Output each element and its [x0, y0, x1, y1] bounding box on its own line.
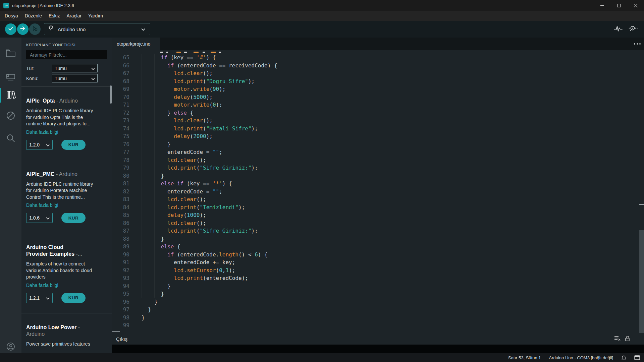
more-actions-icon[interactable] [634, 38, 641, 50]
minimize-button[interactable] [594, 0, 610, 11]
code-line[interactable]: 87 lcd.print("Sifre Giriniz:"); [112, 227, 637, 235]
code-line[interactable]: 92 lcd.setCursor(0,1); [112, 266, 637, 275]
code-line[interactable]: 86 lcd.clear(); [112, 219, 637, 227]
more-info-link[interactable]: Daha fazla bilgi [26, 202, 58, 208]
output-tab[interactable]: Çıkış [116, 336, 127, 342]
more-info-link[interactable]: Daha fazla bilgi [26, 283, 58, 288]
line-number: 87 [112, 227, 129, 235]
code-line[interactable]: 79 lcd.print("Sifre Giriniz:"); [112, 164, 637, 172]
library-list-item[interactable]: AlPlc_Opta - ArduinoArduino IDE PLC runt… [21, 98, 112, 160]
output-console[interactable] [112, 345, 644, 353]
library-search-input[interactable] [26, 50, 107, 59]
account-button[interactable] [0, 339, 21, 355]
line-number: 75 [112, 132, 129, 140]
code-line[interactable]: 85 delay(1000); [112, 211, 637, 219]
sidebar-item-search[interactable] [0, 131, 21, 147]
code-line[interactable]: 82 enteredCode = ""; [112, 188, 637, 196]
code-line[interactable]: 66 if (enteredCode == receivedCode) { [112, 62, 637, 70]
code-line[interactable]: 70 delay(5000); [112, 93, 637, 101]
library-list-item[interactable]: Arduino CloudProvider Examples -...Examp… [21, 244, 112, 313]
version-select[interactable]: 1.2.0 [26, 140, 53, 150]
code-line[interactable]: 80 } [112, 172, 637, 180]
code-line[interactable]: 69 motor.write(90); [112, 85, 637, 93]
menu-eskiz[interactable]: Eskiz [45, 12, 63, 20]
notifications-bell-icon[interactable] [621, 355, 626, 360]
line-number: 66 [112, 62, 129, 70]
more-info-link[interactable]: Daha fazla bilgi [26, 129, 58, 135]
line-number: 88 [112, 235, 129, 243]
board-port-status[interactable]: Arduino Uno - COM3 [bağlı değil] [549, 355, 613, 360]
upload-button[interactable] [17, 23, 29, 35]
code-line[interactable]: 90 if (enteredCode.length() < 6) { [112, 251, 637, 259]
sidebar-item-debug[interactable] [0, 108, 21, 124]
usb-plug-icon [48, 25, 54, 33]
sidebar-item-boards-manager[interactable] [0, 70, 21, 86]
library-list-item[interactable]: Arduino Low Power -ArduinoPower save pri… [21, 324, 112, 348]
magnifier-icon [6, 133, 15, 144]
code-line[interactable]: 94 } [112, 282, 637, 290]
code-line[interactable]: 72 } else { [112, 109, 637, 117]
code-line[interactable]: 74 lcd.print("Hatali Sifre"); [112, 125, 637, 133]
panel-scrollbar[interactable] [110, 85, 112, 104]
tab-otoparkproje[interactable]: otoparkproje.ino [112, 38, 160, 50]
code-line[interactable]: 65 if (key == '#') { [112, 54, 637, 62]
version-select[interactable]: 1.2.1 [26, 293, 53, 303]
line-number: 95 [112, 290, 129, 298]
code-line[interactable]: 96 } [112, 298, 637, 306]
horizontal-scrollbar[interactable] [112, 331, 120, 332]
menu-araclar[interactable]: Araçlar [63, 12, 85, 20]
sidebar-item-sketchbook[interactable] [0, 46, 21, 62]
code-line[interactable]: 67 lcd.clear(); [112, 69, 637, 77]
code-editor[interactable]: 65 if (key == '#') {66 if (enteredCode =… [112, 50, 644, 333]
line-number: 86 [112, 219, 129, 227]
vertical-scrollbar[interactable] [639, 230, 644, 333]
menu-yardim[interactable]: Yardım [85, 12, 106, 20]
code-line[interactable]: 68 lcd.print("Dogru Sifre"); [112, 77, 637, 85]
code-line[interactable]: 89 else { [112, 243, 637, 251]
panel-layout-icon[interactable] [634, 355, 640, 360]
maximize-button[interactable] [610, 0, 627, 11]
sidebar-item-library-manager[interactable] [0, 87, 21, 103]
menu-duzenle[interactable]: Düzenle [21, 12, 45, 20]
code-line[interactable]: 78 lcd.clear(); [112, 156, 637, 164]
code-line[interactable]: 73 lcd.clear(); [112, 117, 637, 125]
line-number: 77 [112, 148, 129, 156]
code-line[interactable]: 88 } [112, 235, 637, 243]
line-number: 71 [112, 101, 129, 109]
install-button[interactable]: KUR [61, 140, 86, 150]
serial-plotter-icon[interactable] [614, 25, 623, 34]
menu-bar: Dosya Düzenle Eskiz Araçlar Yardım [0, 11, 644, 21]
library-list-item[interactable]: AlPlc_PMC - ArduinoArduino IDE PLC runti… [21, 171, 112, 234]
clear-output-icon[interactable] [614, 336, 621, 342]
code-line[interactable]: 93 lcd.print(enteredCode); [112, 274, 637, 282]
cursor-position[interactable]: Satır 53, Sütun 1 [508, 355, 541, 360]
install-button[interactable]: KUR [61, 213, 86, 223]
menu-dosya[interactable]: Dosya [1, 12, 21, 20]
code-line[interactable]: 91 enteredCode += key; [112, 258, 637, 266]
code-line[interactable]: 99 [112, 321, 637, 329]
verify-button[interactable] [5, 23, 16, 35]
board-selector[interactable]: Arduino Uno [44, 23, 150, 35]
activity-bar [0, 38, 21, 353]
code-line[interactable]: 97 } [112, 306, 637, 314]
library-item-description: Examples of how to connectvarious Arduin… [26, 261, 107, 281]
lock-scroll-icon[interactable] [625, 336, 630, 343]
code-line[interactable]: 83 lcd.clear(); [112, 195, 637, 203]
line-number: 96 [112, 298, 129, 306]
serial-monitor-icon[interactable] [628, 25, 638, 34]
code-line[interactable]: 84 lcd.print("Temizlendi"); [112, 203, 637, 212]
code-line[interactable]: 98} [112, 314, 637, 322]
library-manager-panel: KÜTÜPHANE YÖNETICISI Tür: Tümü Konu: Tüm… [21, 38, 112, 353]
filter-type-select[interactable]: Tümü [52, 64, 98, 72]
close-button[interactable] [627, 0, 644, 11]
version-select[interactable]: 1.0.6 [26, 213, 53, 223]
code-line[interactable]: 71 motor.write(0); [112, 101, 637, 109]
code-line[interactable]: 75 delay(2000); [112, 132, 637, 140]
code-line[interactable]: 95 } [112, 290, 637, 298]
install-button[interactable]: KUR [61, 293, 86, 303]
code-line[interactable]: 76 } [112, 140, 637, 148]
code-line[interactable]: 77 enteredCode = ""; [112, 148, 637, 156]
filter-topic-select[interactable]: Tümü [52, 74, 98, 82]
code-line[interactable]: 81 else if (key == '*') { [112, 180, 637, 188]
debug-button[interactable] [29, 23, 41, 35]
